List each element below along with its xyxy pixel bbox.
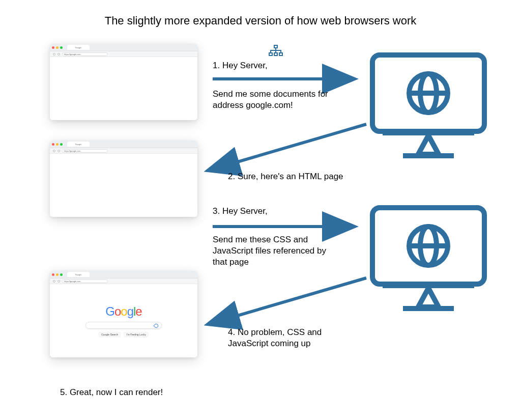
traffic-light-zoom-icon [60,273,63,276]
google-buttons: Google Search I'm Feeling Lucky [99,332,149,337]
tab-bar: Google [50,141,197,148]
google-search-button: Google Search [99,332,121,337]
svg-line-19 [210,278,366,324]
step-3-heading: 3. Hey Server, [213,206,268,217]
traffic-light-close-icon [52,143,54,146]
arrow-request-2 [213,219,360,236]
browser-window-1: Google https://google.com [50,44,197,120]
arrow-response-2 [204,274,371,332]
viewport-google: Google Google Search I'm Feeling Lucky [50,284,197,357]
traffic-light-minimize-icon [56,273,59,276]
viewport-blank [50,57,197,120]
forward-icon [57,53,60,55]
svg-line-17 [210,124,366,170]
url-display: https://google.com [62,52,108,56]
svg-rect-13 [269,53,272,55]
arrow-request-1 [213,71,360,89]
tab-bar: Google [50,271,197,278]
browser-tab: Google [67,45,90,50]
browser-tab: Google [67,142,90,147]
browser-window-2: Google https://google.com [50,141,197,217]
traffic-light-close-icon [52,273,54,276]
viewport-blank [50,154,197,217]
server-icon-2 [367,203,489,315]
browser-tab: Google [67,272,90,277]
svg-rect-15 [279,53,282,55]
svg-rect-12 [274,45,277,48]
traffic-light-minimize-icon [56,46,59,49]
google-search-input [85,322,162,329]
address-bar: https://google.com [50,278,197,284]
traffic-light-zoom-icon [60,143,63,146]
back-icon [53,53,55,55]
network-icon [269,45,283,57]
arrow-response-1 [204,120,371,178]
traffic-light-close-icon [52,46,54,49]
step-3-body: Send me these CSS and JavaScript files r… [213,234,340,268]
forward-icon [57,280,60,283]
url-display: https://google.com [62,279,108,283]
page-title: The slightly more expanded version of ho… [0,14,521,27]
step-1-heading: 1. Hey Server, [213,60,268,71]
address-bar: https://google.com [50,148,197,154]
browser-window-3: Google https://google.com Google Google … [50,271,197,357]
traffic-light-minimize-icon [56,143,59,146]
server-icon-1 [367,50,489,162]
step-1-body: Send me some documents for address googl… [213,89,345,111]
google-logo: Google [105,304,141,319]
step-2: 2. Sure, here's an HTML page [228,171,343,182]
back-icon [53,280,55,283]
address-bar: https://google.com [50,51,197,57]
forward-icon [57,150,60,152]
back-icon [53,150,55,152]
traffic-light-zoom-icon [60,46,63,49]
url-display: https://google.com [62,149,108,153]
google-lucky-button: I'm Feeling Lucky [124,332,149,337]
step-5: 5. Great, now I can render! [60,387,163,398]
tab-bar: Google [50,44,197,51]
svg-rect-14 [274,53,277,55]
step-4: 4. No problem, CSS and JavaScript coming… [228,327,360,349]
